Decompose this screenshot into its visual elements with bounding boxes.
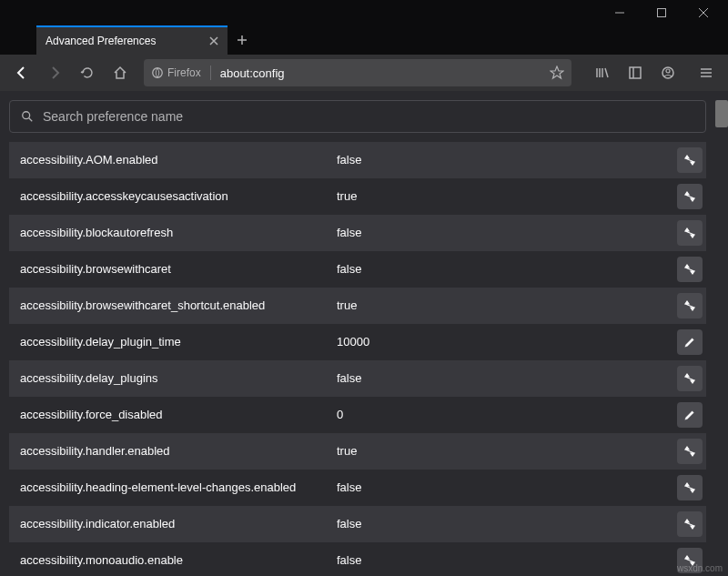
close-window-button[interactable] (682, 0, 724, 25)
pref-name: accessibility.AOM.enabled (9, 152, 328, 168)
svg-point-1 (153, 68, 163, 78)
pref-table: accessibility.AOM.enabledfalseaccessibil… (9, 142, 706, 576)
toggle-button[interactable] (677, 439, 703, 464)
pref-action (673, 220, 706, 246)
pref-value: 10000 (328, 334, 673, 350)
toggle-button[interactable] (677, 511, 703, 537)
pref-name: accessibility.indicator.enabled (9, 516, 328, 532)
pref-row: accessibility.handler.enabledtrue (9, 433, 706, 470)
pref-row: accessibility.blockautorefreshfalse (9, 215, 706, 251)
pref-row: accessibility.delay_plugin_time10000 (9, 324, 706, 360)
pref-value: false (328, 225, 673, 241)
svg-rect-0 (658, 9, 666, 17)
svg-rect-2 (630, 67, 641, 78)
toggle-icon (682, 517, 697, 531)
watermark: wsxdn.com (677, 563, 723, 573)
pref-action (673, 439, 706, 464)
window-controls (0, 0, 728, 25)
pencil-icon (683, 409, 696, 421)
pref-value: false (328, 480, 673, 496)
maximize-button[interactable] (641, 0, 682, 25)
toggle-icon (682, 189, 697, 204)
toggle-icon (682, 226, 697, 240)
url-bar[interactable]: Firefox about:config (144, 59, 571, 86)
pref-value: false (328, 370, 673, 387)
pref-name: accessibility.heading-element-level-chan… (9, 480, 328, 496)
pref-name: accessibility.browsewithcaret (9, 261, 328, 278)
search-input[interactable] (43, 109, 694, 124)
minimize-button[interactable] (599, 0, 641, 25)
pref-name: accessibility.accesskeycausesactivation (9, 188, 328, 205)
pref-action (673, 293, 706, 318)
pref-value: true (328, 443, 673, 460)
search-box[interactable] (9, 100, 706, 133)
pref-action (673, 402, 706, 428)
content-area: accessibility.AOM.enabledfalseaccessibil… (0, 91, 728, 576)
toggle-button[interactable] (677, 220, 703, 246)
forward-button (40, 58, 69, 87)
pref-action (673, 366, 706, 391)
navigation-toolbar: Firefox about:config (0, 55, 728, 91)
pref-action (673, 147, 706, 173)
pref-value: false (328, 552, 673, 569)
pref-name: accessibility.monoaudio.enable (9, 552, 328, 569)
back-button[interactable] (7, 58, 36, 87)
pref-row: accessibility.monoaudio.enablefalse (9, 542, 706, 576)
pref-row: accessibility.browsewithcaret_shortcut.e… (9, 288, 706, 324)
pref-row: accessibility.AOM.enabledfalse (9, 142, 706, 178)
pref-row: accessibility.force_disabled0 (9, 397, 706, 433)
bookmark-star-icon[interactable] (550, 66, 564, 80)
toggle-button[interactable] (677, 293, 703, 318)
sidebar-button[interactable] (621, 58, 650, 87)
pref-action (673, 329, 706, 355)
edit-button[interactable] (677, 329, 703, 355)
scrollbar-track[interactable] (715, 91, 728, 576)
pref-row: accessibility.accesskeycausesactivationt… (9, 178, 706, 215)
pref-value: true (328, 298, 673, 314)
new-tab-button[interactable] (228, 25, 257, 55)
pref-value: false (328, 261, 673, 278)
pref-name: accessibility.delay_plugin_time (9, 334, 328, 350)
pref-action (673, 257, 706, 282)
toggle-button[interactable] (677, 366, 703, 391)
toggle-icon (682, 371, 697, 386)
home-button[interactable] (106, 58, 135, 87)
identity-box[interactable]: Firefox (151, 66, 201, 79)
toggle-icon (682, 444, 697, 459)
pref-name: accessibility.handler.enabled (9, 443, 328, 460)
identity-label: Firefox (167, 66, 201, 79)
toggle-icon (682, 262, 697, 277)
pref-name: accessibility.delay_plugins (9, 370, 328, 387)
svg-point-4 (666, 69, 670, 73)
toggle-button[interactable] (677, 184, 703, 209)
toggle-button[interactable] (677, 147, 703, 173)
pref-action (673, 184, 706, 209)
pref-value: 0 (328, 407, 673, 423)
toggle-button[interactable] (677, 257, 703, 282)
pref-name: accessibility.blockautorefresh (9, 225, 328, 241)
pref-action (673, 511, 706, 537)
pref-action (673, 475, 706, 500)
about-config-main: accessibility.AOM.enabledfalseaccessibil… (0, 91, 715, 576)
tab-advanced-preferences[interactable]: Advanced Preferences (36, 25, 228, 55)
close-tab-button[interactable] (209, 36, 218, 45)
library-button[interactable] (588, 58, 617, 87)
toggle-icon (682, 153, 697, 167)
pref-value: false (328, 152, 673, 168)
pref-row: accessibility.indicator.enabledfalse (9, 506, 706, 542)
toggle-button[interactable] (677, 475, 703, 500)
tab-title: Advanced Preferences (46, 35, 200, 47)
edit-button[interactable] (677, 402, 703, 428)
identity-separator (210, 66, 211, 80)
app-menu-button[interactable] (692, 58, 721, 87)
url-text[interactable]: about:config (220, 66, 544, 80)
tab-bar: Advanced Preferences (0, 25, 728, 55)
account-button[interactable] (653, 58, 682, 87)
pref-row: accessibility.delay_pluginsfalse (9, 360, 706, 397)
pref-value: true (328, 188, 673, 205)
search-icon (21, 110, 34, 123)
scrollbar-thumb[interactable] (715, 100, 728, 127)
toggle-icon (682, 480, 697, 495)
pref-name: accessibility.browsewithcaret_shortcut.e… (9, 298, 328, 314)
reload-button[interactable] (73, 58, 102, 87)
